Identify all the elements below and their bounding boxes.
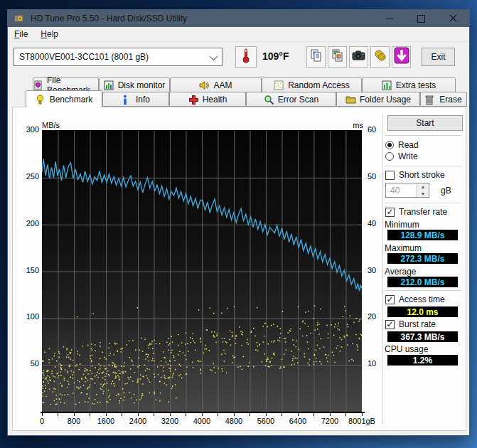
cpu-usage-label: CPU usage	[385, 344, 428, 354]
cpu-usage-value: 1.2%	[413, 356, 432, 366]
folder-usage-icon	[345, 95, 356, 105]
disk-monitor-icon	[104, 80, 114, 90]
x-axis-line	[41, 412, 365, 413]
short-stroke-checkbox[interactable]	[385, 171, 395, 180]
x-axis-tick-label: 4000	[193, 417, 210, 425]
tab-label: Error Scan	[278, 95, 318, 105]
tab-disk-monitor[interactable]: Disk monitor	[99, 78, 170, 92]
tab-info[interactable]: Info	[102, 92, 169, 107]
title-bar[interactable]: HD Tune Pro 5.50 - Hard Disk/SSD Utility	[8, 10, 469, 27]
coins-icon	[374, 49, 387, 65]
x-axis-tick	[218, 413, 218, 416]
register-button[interactable]	[370, 46, 390, 68]
drive-select-dropdown[interactable]: ST8000VE001-3CC101 (8001 gB)	[14, 48, 223, 66]
x-axis-tick-label: 7200	[321, 417, 338, 425]
short-stroke-unit-label: gB	[441, 186, 451, 196]
burst-rate-checkbox[interactable]	[385, 320, 395, 329]
write-radio[interactable]	[385, 152, 394, 161]
spinner-down-icon[interactable]: ▼	[417, 191, 429, 198]
tab-folder-usage[interactable]: Folder Usage	[336, 92, 420, 107]
benchmark-chart	[42, 130, 362, 412]
minimize-icon	[386, 18, 393, 19]
tab-health[interactable]: Health	[169, 92, 246, 107]
read-radio-label: Read	[398, 140, 419, 150]
maximum-label: Maximum	[385, 243, 422, 253]
spinner-up-icon[interactable]: ▲	[417, 183, 429, 191]
x-axis-tick-label: 0	[40, 417, 44, 425]
tab-label: Extra tests	[396, 80, 436, 90]
x-axis-tick-label: 5600	[257, 417, 274, 425]
average-value: 212.0 MB/s	[400, 277, 444, 287]
tab-label: Random Access	[288, 80, 350, 90]
x-axis-tick	[138, 413, 139, 416]
copy-text-button[interactable]	[306, 46, 326, 68]
start-button-label: Start	[416, 118, 434, 128]
cpu-usage-value-box: 1.2%	[387, 355, 458, 366]
x-axis-tick	[313, 413, 314, 416]
x-axis-tick	[170, 413, 171, 416]
left-axis-unit-label: MB/s	[42, 121, 60, 129]
start-button[interactable]: Start	[387, 115, 463, 131]
exit-button-label: Exit	[431, 52, 445, 62]
save-results-button[interactable]	[392, 46, 411, 68]
x-axis-tick-label: 2400	[129, 417, 146, 425]
tab-error-scan[interactable]: Error Scan	[246, 92, 336, 107]
x-axis-tick	[345, 413, 346, 416]
temperature-button[interactable]	[235, 46, 257, 68]
maximize-button[interactable]	[405, 10, 437, 27]
x-axis-tick-label: 800	[68, 417, 80, 425]
spinner-arrows[interactable]: ▲▼	[417, 183, 429, 197]
x-axis-tick-label: 3200	[161, 417, 178, 425]
app-window: HD Tune Pro 5.50 - Hard Disk/SSD Utility…	[7, 9, 470, 436]
access-time-value-box: 12.0 ms	[387, 306, 458, 317]
menu-item-file[interactable]: File	[8, 28, 34, 41]
tab-extra-tests[interactable]: Extra tests	[362, 78, 456, 92]
x-axis-tick	[362, 413, 363, 416]
close-button[interactable]	[437, 10, 469, 27]
tab-label: AAM	[213, 80, 232, 90]
right-axis-tick-label: 60	[368, 125, 376, 134]
minimize-button[interactable]	[373, 10, 405, 27]
drive-select-value: ST8000VE001-3CC101 (8001 gB)	[19, 52, 149, 62]
transfer-rate-checkbox[interactable]	[385, 208, 395, 217]
x-axis-tick	[298, 413, 299, 416]
tab-erase[interactable]: Erase	[420, 92, 467, 107]
tab-aam[interactable]: AAM	[170, 78, 262, 92]
extra-tests-icon	[382, 80, 392, 90]
tab-benchmark[interactable]: Benchmark	[26, 90, 102, 107]
menu-bar: FileHelp	[8, 27, 469, 42]
x-axis-tick-label: 6400	[289, 417, 306, 425]
x-axis-tick	[154, 413, 154, 416]
exit-button[interactable]: Exit	[422, 48, 455, 66]
file-benchmark-icon	[33, 80, 43, 90]
x-axis-tick	[186, 413, 186, 416]
transfer-rate-label: Transfer rate	[399, 207, 447, 217]
menu-item-help[interactable]: Help	[34, 28, 65, 41]
chart-canvas	[42, 131, 362, 412]
close-icon	[449, 12, 457, 25]
separator	[385, 203, 461, 204]
speaker-icon	[199, 80, 210, 90]
erase-icon	[425, 95, 436, 105]
copy-image-button[interactable]	[328, 46, 347, 68]
download-icon	[394, 47, 409, 67]
right-axis-unit-label: ms	[349, 121, 363, 129]
info-icon	[122, 95, 132, 105]
camera-icon	[352, 50, 365, 63]
screenshot-button[interactable]	[349, 46, 368, 68]
toolbar-buttons	[306, 46, 411, 68]
error-scan-icon	[264, 95, 274, 105]
tab-random-access[interactable]: Random Access	[262, 78, 362, 92]
read-radio[interactable]	[385, 141, 394, 149]
maximize-icon	[417, 15, 425, 23]
burst-rate-label: Burst rate	[399, 319, 436, 329]
short-stroke-size-spinner[interactable]: 40 ▲▼	[385, 183, 429, 198]
access-time-checkbox[interactable]	[385, 295, 395, 304]
x-axis-tick	[266, 413, 267, 416]
window-title: HD Tune Pro 5.50 - Hard Disk/SSD Utility	[31, 14, 187, 23]
x-axis-tick	[42, 413, 43, 416]
x-axis-tick	[122, 413, 122, 416]
minimum-label: Minimum	[385, 220, 419, 230]
left-axis-tick-label: 250	[15, 172, 39, 181]
random-access-icon	[274, 80, 284, 90]
